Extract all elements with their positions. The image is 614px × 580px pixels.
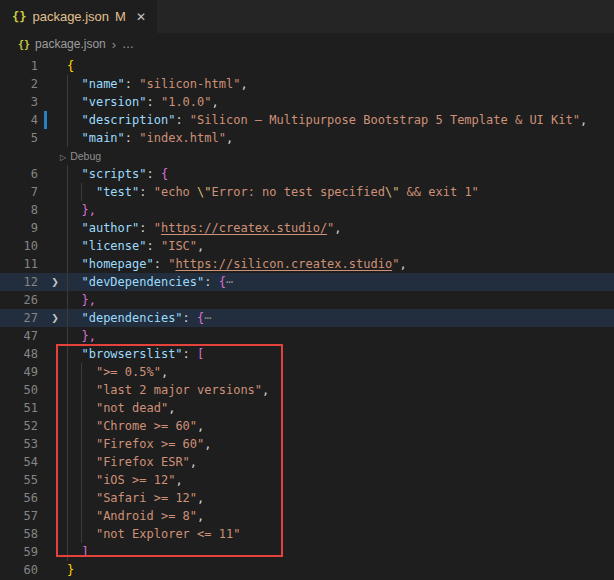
line-number[interactable]: 2 [0, 75, 38, 93]
code-line-56[interactable]: 56 "Safari >= 12", [0, 489, 614, 507]
line-number[interactable]: 49 [0, 363, 38, 381]
code-text[interactable]: "Chrome >= 60", [67, 417, 614, 435]
line-number[interactable]: 48 [0, 345, 38, 363]
code-line-54[interactable]: 54 "Firefox ESR", [0, 453, 614, 471]
code-text[interactable]: "main": "index.html", [67, 129, 614, 147]
code-text[interactable]: "devDependencies": {⋯ [67, 273, 614, 291]
code-line-52[interactable]: 52 "Chrome >= 60", [0, 417, 614, 435]
line-number[interactable]: 10 [0, 237, 38, 255]
line-number[interactable]: 4 [0, 111, 38, 129]
line-number[interactable]: 47 [0, 327, 38, 345]
line-number[interactable]: 9 [0, 219, 38, 237]
code-text[interactable]: "iOS >= 12", [67, 471, 614, 489]
close-icon[interactable]: ✕ [136, 10, 146, 24]
code-line-2[interactable]: 2 "name": "silicon-html", [0, 75, 614, 93]
line-number[interactable]: 50 [0, 381, 38, 399]
code-text[interactable]: "Safari >= 12", [67, 489, 614, 507]
line-number[interactable]: 27 [0, 309, 38, 327]
line-number[interactable]: 59 [0, 543, 38, 561]
line-number[interactable]: 5 [0, 129, 38, 147]
code-line-11[interactable]: 11 "homepage": "https://silicon.createx.… [0, 255, 614, 273]
line-number[interactable]: 55 [0, 471, 38, 489]
fold-chevron-icon[interactable]: ❯ [48, 309, 62, 327]
code-line-3[interactable]: 3 "version": "1.0.0", [0, 93, 614, 111]
line-number[interactable]: 52 [0, 417, 38, 435]
codelens-debug[interactable]: ▷Debug [60, 148, 101, 165]
code-text[interactable]: "Firefox ESR", [67, 453, 614, 471]
line-number[interactable]: 56 [0, 489, 38, 507]
code-text[interactable]: "name": "silicon-html", [67, 75, 614, 93]
breadcrumb-file[interactable]: package.json [35, 37, 106, 51]
code-text[interactable]: "dependencies": {⋯ [67, 309, 614, 327]
code-line-49[interactable]: 49 ">= 0.5%", [0, 363, 614, 381]
code-text[interactable]: "license": "ISC", [67, 237, 614, 255]
line-number[interactable]: 3 [0, 93, 38, 111]
line-number[interactable]: 51 [0, 399, 38, 417]
code-text[interactable]: ] [67, 543, 614, 561]
line-number[interactable]: 60 [0, 561, 38, 579]
line-number[interactable]: 8 [0, 201, 38, 219]
code-text[interactable]: }, [67, 291, 614, 309]
code-text[interactable]: }, [67, 327, 614, 345]
link-text[interactable]: https://silicon.createx.studio [175, 257, 392, 271]
code-text[interactable]: "not Explorer <= 11" [67, 525, 614, 543]
code-text[interactable]: "homepage": "https://silicon.createx.stu… [67, 255, 614, 273]
codelens-row[interactable]: ▷Debug [0, 147, 614, 165]
fold-chevron-icon[interactable]: ❯ [48, 273, 62, 291]
code-text[interactable]: ">= 0.5%", [67, 363, 614, 381]
code-editor[interactable]: 1{2 "name": "silicon-html",3 "version": … [0, 55, 614, 580]
code-text[interactable]: "Android >= 8", [67, 507, 614, 525]
code-line-1[interactable]: 1{ [0, 57, 614, 75]
breadcrumb-symbol-path[interactable]: … [122, 37, 135, 51]
code-line-5[interactable]: 5 "main": "index.html", [0, 129, 614, 147]
code-line-12[interactable]: 12❯ "devDependencies": {⋯ [0, 273, 614, 291]
line-number[interactable]: 11 [0, 255, 38, 273]
line-number[interactable]: 54 [0, 453, 38, 471]
code-text[interactable]: }, [67, 201, 614, 219]
link-text[interactable]: https://createx.studio/ [161, 221, 327, 235]
code-line-50[interactable]: 50 "last 2 major versions", [0, 381, 614, 399]
code-text[interactable]: "version": "1.0.0", [67, 93, 614, 111]
line-number[interactable]: 57 [0, 507, 38, 525]
line-number[interactable]: 7 [0, 183, 38, 201]
code-line-55[interactable]: 55 "iOS >= 12", [0, 471, 614, 489]
code-line-51[interactable]: 51 "not dead", [0, 399, 614, 417]
code-text[interactable]: "Firefox >= 60", [67, 435, 614, 453]
indent-guide [67, 381, 68, 399]
code-text[interactable]: } [67, 561, 614, 579]
code-line-59[interactable]: 59 ] [0, 543, 614, 561]
code-line-6[interactable]: 6 "scripts": { [0, 165, 614, 183]
code-line-4[interactable]: 4 "description": "Silicon – Multipurpose… [0, 111, 614, 129]
code-text[interactable]: "author": "https://createx.studio/", [67, 219, 614, 237]
code-line-8[interactable]: 8 }, [0, 201, 614, 219]
code-text[interactable]: "description": "Silicon – Multipurpose B… [67, 111, 614, 129]
code-line-57[interactable]: 57 "Android >= 8", [0, 507, 614, 525]
line-number[interactable]: 53 [0, 435, 38, 453]
code-text[interactable]: "scripts": { [67, 165, 614, 183]
line-number[interactable]: 58 [0, 525, 38, 543]
indent-guide [67, 75, 68, 93]
line-number[interactable]: 12 [0, 273, 38, 291]
code-text[interactable]: "browserslist": [ [67, 345, 614, 363]
line-number[interactable]: 26 [0, 291, 38, 309]
code-line-60[interactable]: 60} [0, 561, 614, 579]
line-number[interactable]: 1 [0, 57, 38, 75]
line-number[interactable]: 6 [0, 165, 38, 183]
code-text[interactable]: "last 2 major versions", [67, 381, 614, 399]
code-text[interactable]: "test": "echo \"Error: no test specified… [67, 183, 614, 201]
code-line-26[interactable]: 26 }, [0, 291, 614, 309]
code-line-9[interactable]: 9 "author": "https://createx.studio/", [0, 219, 614, 237]
token-b2: }, [81, 203, 95, 217]
code-text[interactable]: "not dead", [67, 399, 614, 417]
token-pun: : [183, 347, 197, 361]
code-line-53[interactable]: 53 "Firefox >= 60", [0, 435, 614, 453]
token-esc: \" [385, 185, 399, 199]
code-line-7[interactable]: 7 "test": "echo \"Error: no test specifi… [0, 183, 614, 201]
tab-package-json[interactable]: {} package.json M ✕ [0, 0, 157, 33]
code-text[interactable]: { [67, 57, 614, 75]
code-line-47[interactable]: 47 }, [0, 327, 614, 345]
code-line-27[interactable]: 27❯ "dependencies": {⋯ [0, 309, 614, 327]
code-line-58[interactable]: 58 "not Explorer <= 11" [0, 525, 614, 543]
code-line-10[interactable]: 10 "license": "ISC", [0, 237, 614, 255]
code-line-48[interactable]: 48 "browserslist": [ [0, 345, 614, 363]
